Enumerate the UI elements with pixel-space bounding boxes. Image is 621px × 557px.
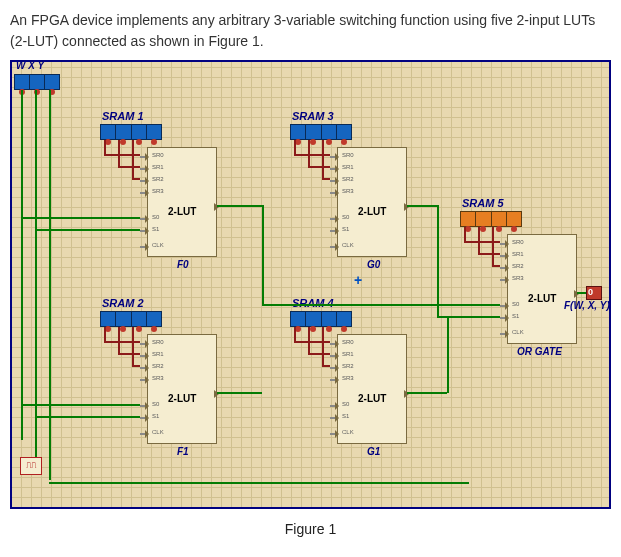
lut-title: 2-LUT bbox=[358, 393, 386, 404]
figure-caption: Figure 1 bbox=[10, 521, 611, 537]
pin-s0: S0 bbox=[152, 214, 159, 220]
pin-sr1: SR1 bbox=[512, 251, 524, 257]
wire bbox=[492, 227, 494, 266]
sram4-header bbox=[290, 311, 352, 327]
lut-title: 2-LUT bbox=[168, 393, 196, 404]
wire bbox=[407, 205, 437, 207]
pin-sr1: SR1 bbox=[342, 351, 354, 357]
sram3-label: SRAM 3 bbox=[292, 110, 334, 122]
pin-clk: CLK bbox=[342, 242, 354, 248]
wire bbox=[104, 341, 140, 343]
wire bbox=[308, 166, 330, 168]
pin-sr1: SR1 bbox=[152, 164, 164, 170]
g1-label: G1 bbox=[367, 446, 380, 457]
pin-sr0: SR0 bbox=[152, 339, 164, 345]
sram1-header bbox=[100, 124, 162, 140]
sram1-label: SRAM 1 bbox=[102, 110, 144, 122]
pin-sr0: SR0 bbox=[342, 339, 354, 345]
pin-sr3: SR3 bbox=[512, 275, 524, 281]
wire bbox=[49, 90, 51, 480]
pin-s0: S0 bbox=[152, 401, 159, 407]
wire bbox=[442, 304, 500, 306]
wire bbox=[322, 140, 324, 179]
wire bbox=[437, 205, 439, 317]
wire bbox=[118, 327, 120, 354]
wire bbox=[132, 327, 134, 366]
output-label: F(W, X, Y) bbox=[564, 300, 610, 311]
pin-s0: S0 bbox=[342, 401, 349, 407]
wire bbox=[447, 316, 449, 393]
input-header bbox=[14, 74, 60, 90]
lut-title: 2-LUT bbox=[528, 293, 556, 304]
wire bbox=[294, 341, 330, 343]
lut-title: 2-LUT bbox=[358, 206, 386, 217]
pin-sr2: SR2 bbox=[342, 363, 354, 369]
wire bbox=[104, 140, 106, 155]
sram2-label: SRAM 2 bbox=[102, 297, 144, 309]
pin-s1: S1 bbox=[342, 413, 349, 419]
wire bbox=[464, 241, 500, 243]
pin-clk: CLK bbox=[152, 429, 164, 435]
sram4-label: SRAM 4 bbox=[292, 297, 334, 309]
pin-clk: CLK bbox=[512, 329, 524, 335]
pin-sr2: SR2 bbox=[342, 176, 354, 182]
pin-s1: S1 bbox=[152, 413, 159, 419]
output-value: 0 bbox=[588, 287, 593, 297]
wire bbox=[294, 327, 296, 342]
sram3-header bbox=[290, 124, 352, 140]
wire bbox=[308, 327, 310, 354]
pin-sr3: SR3 bbox=[342, 188, 354, 194]
wire bbox=[21, 90, 23, 440]
pin-s1: S1 bbox=[342, 226, 349, 232]
wire bbox=[35, 229, 140, 231]
wire bbox=[308, 353, 330, 355]
wire bbox=[118, 140, 120, 167]
wire bbox=[118, 166, 140, 168]
wire bbox=[322, 327, 324, 366]
or-gate-label: OR GATE bbox=[517, 346, 562, 357]
wire bbox=[262, 205, 264, 305]
lut-title: 2-LUT bbox=[168, 206, 196, 217]
wire bbox=[21, 217, 140, 219]
pin-sr2: SR2 bbox=[152, 176, 164, 182]
wire bbox=[35, 416, 140, 418]
plus-marker: + bbox=[354, 272, 362, 288]
clock-generator-icon: ⎍⎍ bbox=[20, 457, 42, 475]
pin-sr2: SR2 bbox=[512, 263, 524, 269]
inputs-label: W X Y bbox=[16, 60, 44, 71]
sram5-header bbox=[460, 211, 522, 227]
g0-label: G0 bbox=[367, 259, 380, 270]
wire bbox=[262, 304, 442, 306]
wire bbox=[217, 392, 262, 394]
pin-sr2: SR2 bbox=[152, 363, 164, 369]
pin-s1: S1 bbox=[512, 313, 519, 319]
pin-sr3: SR3 bbox=[152, 188, 164, 194]
pin-sr0: SR0 bbox=[342, 152, 354, 158]
pin-sr1: SR1 bbox=[152, 351, 164, 357]
wire bbox=[217, 205, 262, 207]
question-text: An FPGA device implements any arbitrary … bbox=[10, 10, 611, 52]
wire bbox=[478, 227, 480, 254]
wire bbox=[464, 227, 466, 242]
pin-sr3: SR3 bbox=[152, 375, 164, 381]
wire bbox=[104, 327, 106, 342]
pin-sr0: SR0 bbox=[152, 152, 164, 158]
pin-clk: CLK bbox=[342, 429, 354, 435]
pin-s0: S0 bbox=[342, 214, 349, 220]
pin-clk: CLK bbox=[152, 242, 164, 248]
sram2-header bbox=[100, 311, 162, 327]
pin-s0: S0 bbox=[512, 301, 519, 307]
f1-label: F1 bbox=[177, 446, 189, 457]
wire bbox=[49, 482, 469, 484]
wire bbox=[294, 154, 330, 156]
pin-sr3: SR3 bbox=[342, 375, 354, 381]
f0-label: F0 bbox=[177, 259, 189, 270]
wire bbox=[104, 154, 140, 156]
wire bbox=[407, 392, 447, 394]
wire bbox=[308, 140, 310, 167]
wire bbox=[118, 353, 140, 355]
pin-s1: S1 bbox=[152, 226, 159, 232]
pin-sr1: SR1 bbox=[342, 164, 354, 170]
wire bbox=[132, 140, 134, 179]
wire bbox=[478, 253, 500, 255]
